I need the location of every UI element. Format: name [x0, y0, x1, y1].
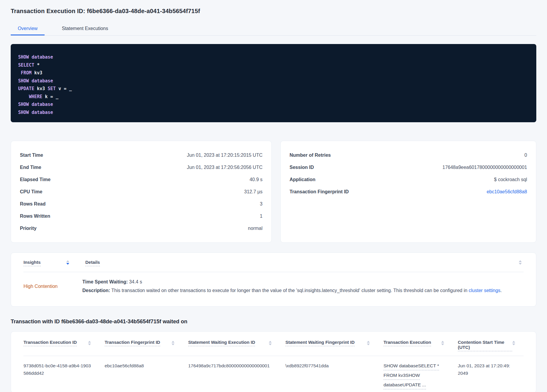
cell-transaction-fingerprint-id: ebc10ae56cfd88a8 — [105, 362, 188, 391]
cluster-settings-link[interactable]: cluster settings — [469, 288, 501, 293]
description-text: This transaction waited on other transac… — [110, 288, 469, 293]
column-transaction-execution-id[interactable]: Transaction Execution ID — [23, 340, 77, 346]
sql-statement-box: SHOW databaseSELECT * FROM kv3SHOW datab… — [11, 44, 536, 122]
stat-label: Rows Read — [20, 201, 45, 207]
cell-contention-start-time: Jun 01, 2023 at 17:20:49:2049 — [458, 362, 524, 391]
insights-column-header[interactable]: Insights — [23, 260, 41, 266]
statement-preview-link[interactable]: databaseUPDATE ... — [383, 381, 426, 389]
sort-arrows-icon[interactable] — [172, 341, 175, 345]
sort-arrows-icon[interactable] — [512, 341, 515, 345]
stat-label: Rows Written — [20, 214, 50, 219]
stat-label: Elapsed Time — [20, 177, 51, 182]
sql-line: SHOW database — [18, 53, 529, 61]
stat-label: End Time — [20, 165, 41, 170]
summary-card-right: Number of Retries 0 Session ID 17648a9ee… — [280, 141, 536, 243]
stat-value: $ cockroach sql — [494, 177, 527, 182]
sort-arrows-icon[interactable] — [88, 341, 91, 345]
tab-overview[interactable]: Overview — [11, 23, 45, 35]
stat-value: 3 — [260, 201, 263, 207]
description-suffix: . — [500, 288, 502, 293]
stat-value: 0 — [524, 153, 527, 158]
column-transaction-execution[interactable]: Transaction Execution — [383, 340, 431, 346]
waited-on-heading: Transaction with ID f6be6366-da03-48de-a… — [11, 319, 536, 325]
stat-row-rows-written: Rows Written 1 — [20, 210, 263, 222]
time-spent-waiting-value: 34.4 s — [128, 279, 142, 284]
stat-label: Transaction Fingerprint ID — [290, 189, 349, 195]
stat-label: Start Time — [20, 153, 43, 158]
stat-label: Session ID — [290, 165, 314, 170]
description-label: Description: — [82, 288, 110, 293]
stat-row-session-id: Session ID 17648a9eea6017800000000000000… — [290, 161, 527, 173]
stat-row-rows-read: Rows Read 3 — [20, 198, 263, 210]
sql-line: SHOW database — [18, 77, 529, 85]
cell-transaction-execution-id: 9738d051-bc0e-4158-a9b4-1903586ddd42 — [23, 362, 105, 391]
summary-cards-row: Start Time Jun 01, 2023 at 17:20:15:2015… — [11, 141, 536, 243]
stat-value: Jun 01, 2023 at 17:20:56:2056 UTC — [187, 165, 263, 170]
stat-label: CPU Time — [20, 189, 42, 195]
tab-bar: Overview Statement Executions — [11, 23, 536, 36]
column-transaction-fingerprint-id[interactable]: Transaction Fingerprint ID — [105, 340, 160, 346]
stat-label: Priority — [20, 226, 37, 231]
sort-arrows-icon[interactable] — [519, 260, 522, 265]
stat-row-transaction-fingerprint-id: Transaction Fingerprint ID ebc10ae56cfd8… — [290, 186, 527, 198]
page-container: Transaction Execution ID: f6be6366-da03-… — [0, 0, 547, 392]
cell-transaction-execution-preview: SHOW databaseSELECT * FROM kv3SHOW datab… — [383, 362, 458, 391]
stat-row-number-of-retries: Number of Retries 0 — [290, 149, 527, 161]
waited-on-table-card: Transaction Execution ID Transaction Fin… — [11, 331, 536, 392]
time-spent-waiting-label: Time Spent Waiting: — [82, 279, 128, 284]
waited-on-table-row: 9738d051-bc0e-4158-a9b4-1903586ddd42 ebc… — [23, 356, 524, 392]
stat-value: Jun 01, 2023 at 17:20:15:2015 UTC — [187, 153, 263, 158]
high-contention-badge: High Contention — [23, 284, 58, 289]
summary-card-left: Start Time Jun 01, 2023 at 17:20:15:2015… — [11, 141, 272, 243]
sql-line: WHERE k = _ — [18, 93, 529, 101]
stat-value: 40.9 s — [249, 177, 263, 182]
stat-row-cpu-time: CPU Time 312.7 µs — [20, 186, 263, 198]
stat-value: 1 — [260, 214, 263, 219]
stat-value: normal — [248, 226, 263, 231]
stat-row-start-time: Start Time Jun 01, 2023 at 17:20:15:2015… — [20, 149, 263, 161]
tab-statement-executions[interactable]: Statement Executions — [62, 23, 108, 35]
stat-row-end-time: End Time Jun 01, 2023 at 17:20:56:2056 U… — [20, 161, 263, 173]
stat-value: 17648a9eea6017800000000000000001 — [442, 165, 527, 170]
insight-details: Time Spent Waiting: 34.4 s Description: … — [82, 279, 524, 293]
cell-statement-waiting-fingerprint-id: \xdb8922f077541dda — [285, 362, 383, 391]
column-statement-waiting-execution-id[interactable]: Statement Waiting Execution ID — [188, 340, 255, 346]
column-contention-start-time[interactable]: Contention Start Time (UTC) — [458, 340, 512, 351]
details-column-header[interactable]: Details — [85, 260, 100, 266]
page-title: Transaction Execution ID: f6be6366-da03-… — [11, 0, 536, 15]
cell-statement-waiting-execution-id: 176498a9c717bdc80000000000000001 — [188, 362, 285, 391]
statement-preview-link[interactable]: FROM kv3SHOW — [383, 371, 420, 380]
insights-table-card: Insights Details High Contention Time Sp… — [11, 253, 536, 307]
sql-line: SHOW database — [18, 101, 529, 109]
column-statement-waiting-fingerprint-id[interactable]: Statement Waiting Fingerprint ID — [285, 340, 355, 346]
stat-row-priority: Priority normal — [20, 222, 263, 234]
stat-label: Application — [290, 177, 315, 182]
stat-value: 312.7 µs — [244, 189, 263, 195]
transaction-fingerprint-id-link[interactable]: ebc10ae56cfd88a8 — [487, 189, 527, 195]
waited-on-table-header: Transaction Execution ID Transaction Fin… — [23, 332, 524, 356]
sort-arrows-icon[interactable] — [367, 341, 370, 345]
sql-line: SHOW database — [18, 109, 529, 117]
sort-arrows-icon[interactable] — [441, 341, 444, 345]
statement-preview-link[interactable]: SHOW databaseSELECT * — [383, 362, 439, 370]
stat-label: Number of Retries — [290, 153, 331, 158]
insights-table-header: Insights Details — [23, 253, 524, 272]
insight-row: High Contention Time Spent Waiting: 34.4… — [23, 272, 524, 302]
sql-line: UPDATE kv3 SET v = _ — [18, 85, 529, 93]
stat-row-elapsed-time: Elapsed Time 40.9 s — [20, 173, 263, 186]
sql-line: SELECT * — [18, 61, 529, 69]
sort-arrows-icon[interactable] — [269, 341, 272, 345]
sql-line: FROM kv3 — [18, 69, 529, 77]
stat-row-application: Application $ cockroach sql — [290, 173, 527, 186]
sort-arrows-icon[interactable] — [66, 260, 69, 265]
